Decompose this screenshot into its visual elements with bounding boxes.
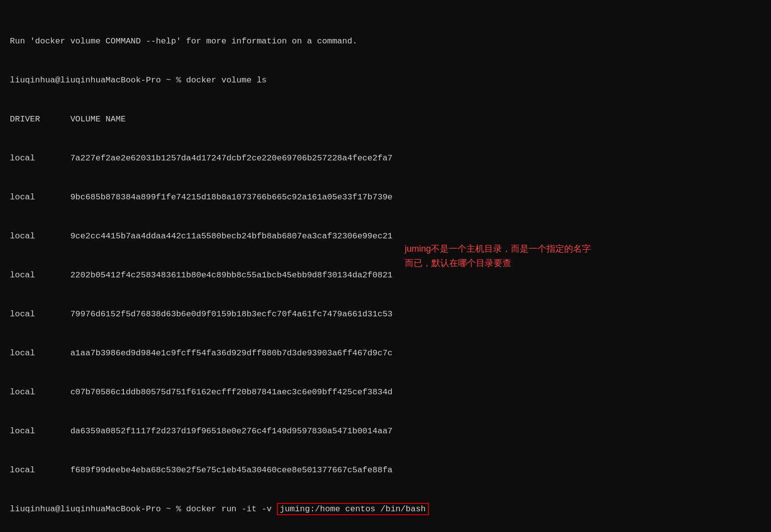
line-10: local c07b70586c1ddb80575d751f6162ecfff2… bbox=[10, 386, 761, 399]
terminal-output: Run 'docker volume COMMAND --help' for m… bbox=[10, 9, 761, 532]
line-11: local da6359a0852f1117f2d237d19f96518e0e… bbox=[10, 425, 761, 438]
line-2: liuqinhua@liuqinhuaMacBook-Pro ~ % docke… bbox=[10, 74, 761, 87]
line-docker-run: liuqinhua@liuqinhuaMacBook-Pro ~ % docke… bbox=[10, 503, 761, 516]
line-6: local 9ce2cc4415b7aa4ddaa442c11a5580becb… bbox=[10, 230, 761, 243]
line-7: local 2202b05412f4c2583483611b80e4c89bb8… bbox=[10, 269, 761, 282]
juming-volume-cmd-box: juming:/home centos /bin/bash bbox=[277, 503, 429, 515]
line-12: local f689f99deebe4eba68c530e2f5e75c1eb4… bbox=[10, 464, 761, 477]
line-1: Run 'docker volume COMMAND --help' for m… bbox=[10, 35, 761, 48]
line-5: local 9bc685b878384a899f1fe74215d18b8a10… bbox=[10, 191, 761, 204]
line-4: local 7a227ef2ae2e62031b1257da4d17247dcb… bbox=[10, 152, 761, 165]
docker-run-prompt: liuqinhua@liuqinhuaMacBook-Pro ~ % docke… bbox=[10, 504, 277, 514]
line-9: local a1aa7b3986ed9d984e1c9fcff54fa36d92… bbox=[10, 347, 761, 360]
line-8: local 79976d6152f5d76838d63b6e0d9f0159b1… bbox=[10, 308, 761, 321]
chinese-annotation: juming不是一个主机目录，而是一个指定的名字 而已，默认在哪个目录要查 bbox=[405, 242, 591, 270]
line-3: DRIVER VOLUME NAME bbox=[10, 113, 761, 126]
